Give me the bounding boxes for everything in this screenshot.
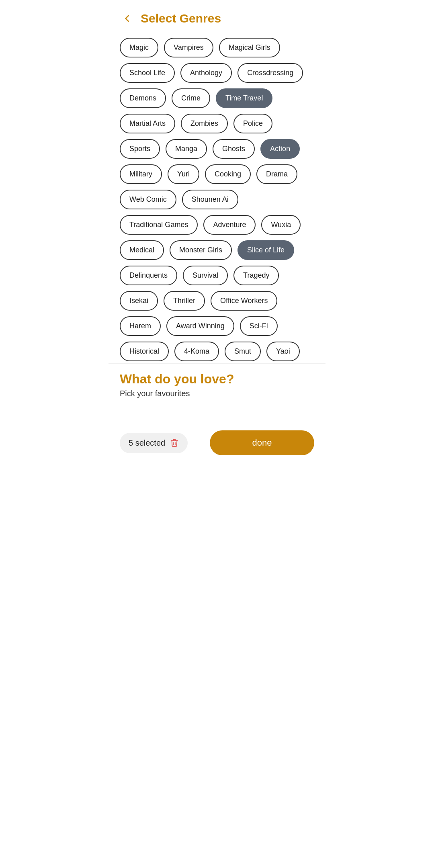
genre-chip-action[interactable]: Action <box>260 139 300 159</box>
bottom-bar: 5 selected done <box>108 422 326 471</box>
genre-chip-award-winning[interactable]: Award Winning <box>166 316 234 336</box>
genre-chip-survival[interactable]: Survival <box>183 266 228 285</box>
genre-chip-4-koma[interactable]: 4-Koma <box>174 342 219 361</box>
genre-chip-vampires[interactable]: Vampires <box>164 38 213 57</box>
genre-chip-shounen-ai[interactable]: Shounen Ai <box>182 190 238 209</box>
genre-chip-manga[interactable]: Manga <box>166 139 207 159</box>
done-button[interactable]: done <box>210 430 314 455</box>
genre-chip-smut[interactable]: Smut <box>225 342 261 361</box>
genre-chip-web-comic[interactable]: Web Comic <box>120 190 176 209</box>
genre-chip-medical[interactable]: Medical <box>120 240 164 260</box>
genres-scroll-area[interactable]: MagicVampiresMagical GirlsSchool LifeAnt… <box>108 34 326 363</box>
genre-chip-wuxia[interactable]: Wuxia <box>261 215 301 235</box>
genre-chip-anthology[interactable]: Anthology <box>180 63 232 83</box>
genre-chip-sports[interactable]: Sports <box>120 139 160 159</box>
page-title: Select Genres <box>141 12 221 25</box>
genre-chip-magic[interactable]: Magic <box>120 38 158 57</box>
bottom-section: What do you love? Pick your favourites <box>108 363 326 422</box>
genre-chip-thriller[interactable]: Thriller <box>164 291 205 311</box>
trash-icon[interactable] <box>170 438 179 447</box>
genre-chip-harem[interactable]: Harem <box>120 316 161 336</box>
genre-chip-historical[interactable]: Historical <box>120 342 169 361</box>
genre-chip-martial-arts[interactable]: Martial Arts <box>120 114 175 133</box>
genre-chip-slice-of-life[interactable]: Slice of Life <box>237 240 294 260</box>
selected-count-container: 5 selected <box>120 433 188 453</box>
genre-chip-sci-fi[interactable]: Sci-Fi <box>240 316 278 336</box>
genre-chip-magical-girls[interactable]: Magical Girls <box>219 38 280 57</box>
genre-chip-office-workers[interactable]: Office Workers <box>211 291 277 311</box>
genre-chip-demons[interactable]: Demons <box>120 88 166 108</box>
genre-chip-isekai[interactable]: Isekai <box>120 291 158 311</box>
genre-chip-yuri[interactable]: Yuri <box>168 164 199 184</box>
genre-chip-zombies[interactable]: Zombies <box>181 114 228 133</box>
genre-chip-monster-girls[interactable]: Monster Girls <box>170 240 232 260</box>
genre-chip-cooking[interactable]: Cooking <box>205 164 251 184</box>
genre-chip-adventure[interactable]: Adventure <box>203 215 256 235</box>
genre-chip-time-travel[interactable]: Time Travel <box>216 88 272 108</box>
genre-chip-crime[interactable]: Crime <box>172 88 210 108</box>
selected-count-text: 5 selected <box>129 438 165 448</box>
genre-chip-tragedy[interactable]: Tragedy <box>233 266 279 285</box>
genre-chip-drama[interactable]: Drama <box>256 164 297 184</box>
genre-chip-ghosts[interactable]: Ghosts <box>213 139 255 159</box>
header: Select Genres <box>108 0 326 34</box>
love-subtitle: Pick your favourites <box>120 389 314 398</box>
genres-container: MagicVampiresMagical GirlsSchool LifeAnt… <box>108 34 326 363</box>
genre-chip-military[interactable]: Military <box>120 164 162 184</box>
genre-chip-crossdressing[interactable]: Crossdressing <box>237 63 303 83</box>
back-button[interactable] <box>120 11 134 26</box>
love-title: What do you love? <box>120 372 314 387</box>
genre-chip-delinquents[interactable]: Delinquents <box>120 266 177 285</box>
genre-chip-yaoi[interactable]: Yaoi <box>266 342 300 361</box>
genre-chip-school-life[interactable]: School Life <box>120 63 175 83</box>
genre-chip-traditional-games[interactable]: Traditional Games <box>120 215 198 235</box>
genre-chip-police[interactable]: Police <box>233 114 272 133</box>
